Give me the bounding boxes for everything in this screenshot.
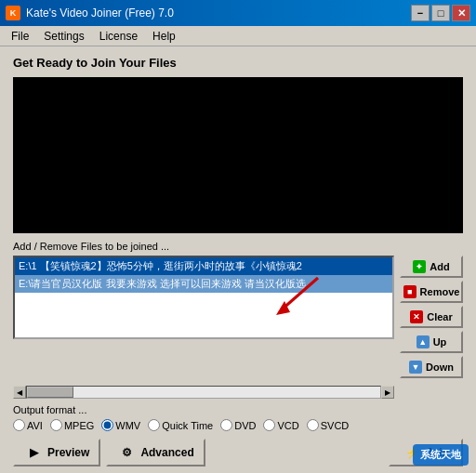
radio-quicktime-input[interactable] [148,419,160,431]
maximize-button[interactable]: □ [431,5,450,21]
preview-label: Preview [47,446,89,459]
radio-vcd[interactable]: VCD [263,419,298,431]
file-buttons: ✦ Add ■ Remove ✕ Clear ▲ Up ▼ Down [400,256,463,378]
title-bar: K Kate's Video Joiner (Free) 7.0 − □ ✕ [0,0,476,26]
output-format-section: Output format ... AVI MPEG WMV Quick Tim… [13,404,463,431]
scroll-left-button[interactable]: ◀ [13,386,26,399]
watermark-text: 系统天地 [420,449,461,460]
list-item[interactable]: E:\请当官员汉化版 我要来游戏 选择可以回来游戏 请当汉化版选 [15,275,392,293]
radio-avi[interactable]: AVI [13,419,43,431]
scroll-right-button[interactable]: ▶ [381,386,394,399]
remove-button[interactable]: ■ Remove [400,281,463,303]
radio-mpeg[interactable]: MPEG [50,419,94,431]
title-bar-text: Kate's Video Joiner (Free) 7.0 [26,7,411,20]
radio-svcd-label: SVCD [321,420,350,431]
radio-wmv-label: WMV [115,420,140,431]
watermark: 系统天地 [413,444,469,466]
advanced-icon: ⚙ [117,443,136,462]
down-label: Down [426,361,454,373]
radio-svcd-input[interactable] [307,419,319,431]
menu-file[interactable]: File [4,28,36,45]
clear-button[interactable]: ✕ Clear [400,306,463,328]
bottom-buttons: ▶ Preview ⚙ Advanced ⚡ Join [13,439,463,466]
up-label: Up [433,336,447,348]
radio-quicktime-label: Quick Time [162,420,213,431]
list-item[interactable]: E:\1 【笑镇惊魂2】恐怖5分钟，逛街两小时的故事《小镇惊魂2 [15,257,392,275]
section-title: Get Ready to Join Your Files [13,56,463,70]
menu-bar: File Settings License Help [0,26,476,46]
files-list-container: E:\1 【笑镇惊魂2】恐怖5分钟，逛街两小时的故事《小镇惊魂2 E:\请当官员… [13,256,394,339]
radio-mpeg-label: MPEG [64,420,94,431]
radio-svcd[interactable]: SVCD [307,419,350,431]
title-bar-buttons: − □ ✕ [411,5,470,21]
radio-wmv-input[interactable] [101,419,113,431]
radio-avi-input[interactable] [13,419,25,431]
radio-group: AVI MPEG WMV Quick Time DVD VCD [13,419,463,431]
radio-mpeg-input[interactable] [50,419,62,431]
video-preview [13,77,463,233]
clear-icon: ✕ [410,310,423,323]
remove-icon: ■ [403,285,416,298]
preview-button[interactable]: ▶ Preview [13,439,100,466]
advanced-label: Advanced [140,446,193,459]
close-button[interactable]: ✕ [452,5,470,21]
up-icon: ▲ [416,335,430,348]
menu-license[interactable]: License [92,28,145,45]
radio-vcd-label: VCD [277,420,298,431]
add-label: Add [430,261,449,272]
down-button[interactable]: ▼ Down [400,356,463,378]
output-format-label: Output format ... [13,404,463,415]
radio-dvd-label: DVD [234,420,256,431]
app-icon: K [6,6,20,20]
radio-quicktime[interactable]: Quick Time [148,419,213,431]
advanced-button[interactable]: ⚙ Advanced [106,439,205,466]
up-button[interactable]: ▲ Up [400,331,463,353]
add-button[interactable]: ✦ Add [400,256,463,278]
scrollbar-thumb[interactable] [27,387,73,398]
radio-wmv[interactable]: WMV [101,419,140,431]
menu-settings[interactable]: Settings [36,28,91,45]
main-window: Get Ready to Join Your Files Add / Remov… [0,46,476,473]
menu-help[interactable]: Help [145,28,183,45]
radio-dvd-input[interactable] [220,419,232,431]
radio-dvd[interactable]: DVD [220,419,256,431]
files-area: E:\1 【笑镇惊魂2】恐怖5分钟，逛街两小时的故事《小镇惊魂2 E:\请当官员… [13,256,463,378]
remove-label: Remove [420,286,460,297]
preview-icon: ▶ [24,443,43,462]
files-label: Add / Remove Files to be joined ... [13,241,463,252]
radio-avi-label: AVI [27,420,43,431]
files-list[interactable]: E:\1 【笑镇惊魂2】恐怖5分钟，逛街两小时的故事《小镇惊魂2 E:\请当官员… [15,257,392,337]
clear-label: Clear [427,311,453,322]
add-icon: ✦ [413,260,426,273]
down-icon: ▼ [409,361,422,374]
radio-vcd-input[interactable] [263,419,275,431]
minimize-button[interactable]: − [411,5,430,21]
